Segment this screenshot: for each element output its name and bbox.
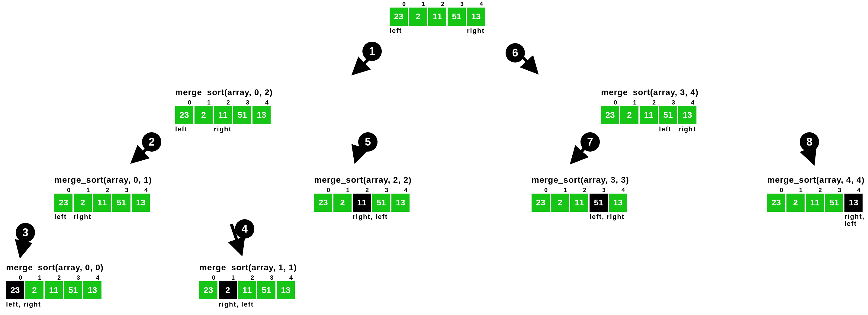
index-label: 3	[590, 187, 608, 194]
index-label: 1	[74, 187, 92, 194]
index-label: 0	[314, 187, 332, 194]
index-label: 0	[199, 274, 217, 281]
index-label: 3	[257, 274, 275, 281]
right-pointer-label: right	[678, 125, 696, 133]
pointer-labels: right, left	[314, 212, 412, 223]
node-n5: merge_sort(array, 2, 2)01234232115113rig…	[314, 175, 412, 223]
arrow-line	[513, 46, 534, 70]
step-badge: 5	[358, 132, 377, 152]
index-label: 2	[428, 1, 446, 7]
left-pointer-label: left	[659, 125, 672, 133]
array-row: 232115113	[6, 281, 103, 299]
index-label: 3	[825, 187, 843, 194]
array-cell: 51	[372, 194, 390, 212]
index-label: 3	[64, 274, 82, 281]
step-badge: 6	[505, 43, 525, 63]
arrow-layer	[0, 0, 868, 315]
array-row: 232115113	[175, 106, 273, 124]
node-n2: merge_sort(array, 0, 1)01234232115113lef…	[54, 175, 152, 223]
array-row: 232115113	[767, 194, 865, 212]
index-label: 1	[334, 187, 351, 194]
index-label: 3	[112, 187, 130, 194]
node-n1: merge_sort(array, 0, 2)01234232115113lef…	[175, 88, 273, 135]
array-cell: 13	[277, 281, 295, 299]
array-row: 232115113	[390, 7, 486, 26]
arrow-line	[21, 229, 26, 253]
arrow-line	[356, 51, 377, 71]
arrow-line	[574, 138, 593, 160]
array-cell: 13	[844, 194, 863, 212]
index-row: 01234	[314, 187, 412, 194]
array-cell: 11	[353, 194, 371, 212]
array-cell: 51	[825, 194, 843, 212]
array-cell: 2	[74, 194, 92, 212]
node-n3: merge_sort(array, 0, 0)01234232115113lef…	[6, 263, 103, 310]
array-cell: 2	[219, 281, 237, 299]
call-label: merge_sort(array, 0, 2)	[175, 88, 273, 97]
index-label: 4	[277, 274, 295, 281]
call-label: merge_sort(array, 3, 4)	[601, 88, 699, 97]
step-badge: 8	[800, 132, 819, 152]
index-label: 4	[467, 1, 485, 7]
index-label: 0	[767, 187, 785, 194]
array-cell: 51	[257, 281, 275, 299]
pointer-labels: left, right	[6, 299, 103, 310]
array-cell: 23	[314, 194, 332, 212]
left-pointer-label: right,left	[844, 213, 865, 227]
arrow-line	[135, 140, 156, 160]
step-badge: 4	[235, 219, 254, 239]
call-label: merge_sort(array, 0, 0)	[6, 263, 103, 273]
array-cell: 13	[252, 106, 271, 124]
index-label: 2	[353, 187, 371, 194]
node-root: 01234232115113leftright	[390, 0, 486, 36]
array-cell: 11	[806, 194, 824, 212]
index-row: 01234	[601, 99, 699, 106]
pointer-labels: right, left	[199, 299, 297, 310]
index-row: 01234	[6, 274, 103, 281]
arrow-line	[231, 224, 240, 251]
index-label: 0	[6, 274, 24, 281]
left-pointer-label: left, right	[590, 213, 625, 221]
index-label: 4	[609, 187, 627, 194]
index-label: 0	[54, 187, 72, 194]
array-cell: 13	[132, 194, 150, 212]
index-label: 0	[601, 99, 619, 106]
step-badge: 3	[16, 223, 35, 242]
array-cell: 23	[390, 7, 408, 26]
index-label: 1	[194, 99, 213, 106]
index-label: 1	[786, 187, 805, 194]
call-label: merge_sort(array, 4, 4)	[767, 175, 865, 185]
right-pointer-label: right	[214, 125, 231, 133]
array-row: 232115113	[199, 281, 297, 299]
index-label: 0	[390, 1, 408, 7]
array-cell: 51	[447, 7, 466, 26]
pointer-labels: right,left	[767, 212, 865, 223]
index-label: 1	[409, 1, 427, 7]
index-row: 01234	[199, 274, 297, 281]
array-cell: 13	[467, 7, 485, 26]
index-label: 1	[219, 274, 237, 281]
array-cell: 51	[233, 106, 251, 124]
array-cell: 11	[214, 106, 232, 124]
index-label: 0	[175, 99, 193, 106]
index-label: 2	[238, 274, 256, 281]
step-badge: 7	[581, 132, 600, 152]
node-n7: merge_sort(array, 3, 3)01234232115113lef…	[532, 175, 629, 223]
index-row: 01234	[54, 187, 152, 194]
left-pointer-label: left, right	[6, 301, 41, 308]
index-row: 01234	[390, 1, 486, 7]
array-cell: 11	[570, 194, 588, 212]
index-label: 1	[25, 274, 43, 281]
array-cell: 23	[175, 106, 193, 124]
arrow-line	[356, 137, 363, 158]
array-cell: 23	[532, 194, 550, 212]
index-label: 4	[844, 187, 863, 194]
step-badge: 1	[363, 42, 382, 61]
pointer-labels: left, right	[532, 212, 629, 223]
array-cell: 11	[428, 7, 446, 26]
index-label: 3	[447, 1, 466, 7]
array-cell: 23	[601, 106, 619, 124]
array-cell: 11	[45, 281, 63, 299]
array-cell: 13	[678, 106, 696, 124]
array-cell: 51	[112, 194, 130, 212]
